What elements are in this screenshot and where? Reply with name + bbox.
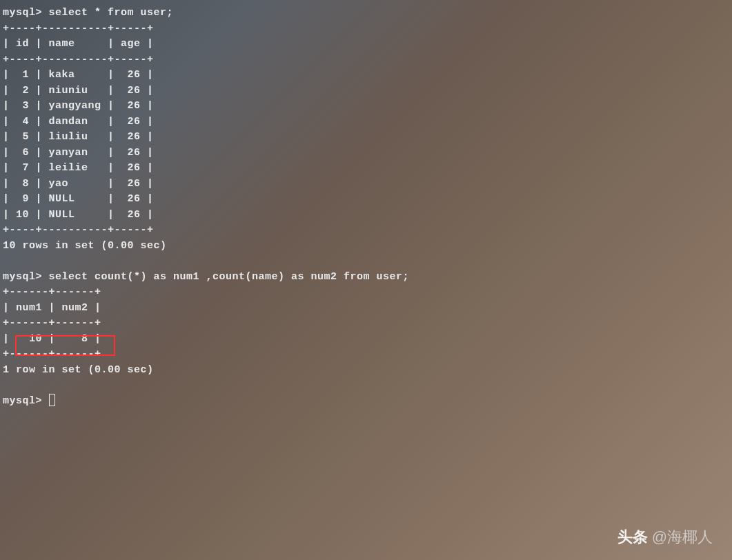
table-border: +----+----------+-----+ xyxy=(3,224,154,236)
table-border: +------+------+ xyxy=(3,286,101,298)
table-row: | 10 | 8 | xyxy=(3,333,101,345)
table-row: | 10 | NULL | 26 | xyxy=(3,209,154,221)
watermark-user: @海椰人 xyxy=(652,527,713,548)
query2-command: select count(*) as num1 ,count(name) as … xyxy=(49,271,410,283)
prompt-label: mysql> xyxy=(3,395,42,407)
prompt-label: mysql> xyxy=(3,271,42,283)
result-message: 1 row in set (0.00 sec) xyxy=(3,364,154,376)
table-row: | 5 | liuliu | 26 | xyxy=(3,131,154,143)
table-row: | 4 | dandan | 26 | xyxy=(3,116,154,128)
table-row: | 7 | leilie | 26 | xyxy=(3,162,154,174)
watermark: 头条 @海椰人 xyxy=(617,527,713,548)
table-header: | num1 | num2 | xyxy=(3,302,101,314)
prompt-label: mysql> xyxy=(3,7,42,19)
table-row: | 1 | kaka | 26 | xyxy=(3,69,154,81)
table-border: +----+----------+-----+ xyxy=(3,23,154,34)
table-row: | 3 | yangyang | 26 | xyxy=(3,100,154,112)
table-row: | 2 | niuniu | 26 | xyxy=(3,85,154,97)
table-row: | 9 | NULL | 26 | xyxy=(3,193,154,205)
query1-command: select * from user; xyxy=(49,7,174,19)
result-message: 10 rows in set (0.00 sec) xyxy=(3,240,167,252)
terminal-output[interactable]: mysql> select * from user; +----+-------… xyxy=(0,0,732,560)
table-border: +------+------+ xyxy=(3,317,101,329)
table-border: +----+----------+-----+ xyxy=(3,54,154,66)
table-row: | 6 | yanyan | 26 | xyxy=(3,147,154,159)
table-border: +------+------+ xyxy=(3,348,101,360)
cursor-icon xyxy=(49,394,55,406)
watermark-label: 头条 xyxy=(617,527,648,548)
table-row: | 8 | yao | 26 | xyxy=(3,178,154,190)
table-header: | id | name | age | xyxy=(3,38,154,50)
